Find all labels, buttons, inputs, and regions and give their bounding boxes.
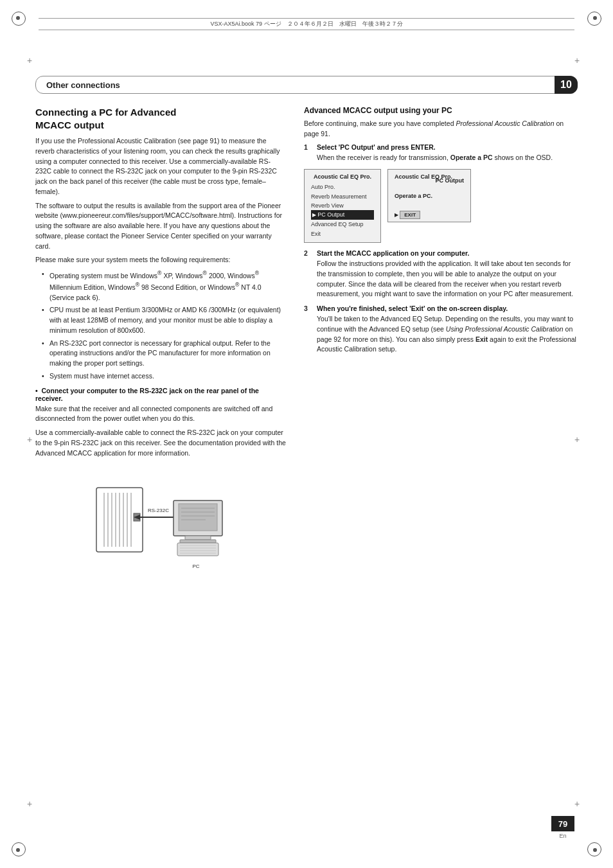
corner-dot-bl bbox=[16, 848, 20, 852]
para3: Please make sure your system meets the f… bbox=[35, 255, 286, 265]
list-item: An RS-232C port connector is necessary f… bbox=[42, 339, 286, 369]
step-3-body: You'll be taken to the Advanced EQ Setup… bbox=[317, 314, 578, 355]
crosshair-tl bbox=[28, 58, 37, 67]
list-item: CPU must be at least Pentium 3/300MHz or… bbox=[42, 305, 286, 335]
osd-item-2: Reverb View bbox=[311, 201, 374, 210]
page-container: VSX-AX5Ai.book 79 ページ ２０４年６月２日 水曜日 午後３時２… bbox=[0, 0, 613, 868]
step-number-1: 1 bbox=[304, 143, 313, 163]
step-1-body: When the receiver is ready for transmiss… bbox=[317, 153, 578, 163]
pc-diagram: RS-232C bbox=[35, 468, 286, 590]
svg-rect-20 bbox=[180, 540, 216, 543]
page-num-box: 79 bbox=[551, 816, 574, 831]
section-header: Other connections bbox=[35, 76, 578, 94]
osd-item-1: Reverb Measurement bbox=[311, 192, 374, 201]
corner-dot-tl bbox=[16, 16, 20, 20]
osd-item-4: Advanced EQ Setup bbox=[311, 220, 374, 229]
step-2: 2 Start the MCACC application on your co… bbox=[304, 249, 578, 299]
content-area: Connecting a PC for Advanced MCACC outpu… bbox=[35, 106, 578, 817]
para2: The software to output the results is av… bbox=[35, 201, 286, 252]
step-number-3: 3 bbox=[304, 305, 313, 355]
crosshair-tr bbox=[576, 58, 585, 67]
step-3-title: When you're finished, select 'Exit' on t… bbox=[317, 305, 578, 312]
corner-dot-tr bbox=[593, 16, 597, 20]
osd-item-5: Exit bbox=[311, 229, 374, 238]
corner-dot-br bbox=[593, 848, 597, 852]
connect-heading: • Connect your computer to the RS-232C j… bbox=[35, 387, 286, 402]
requirements-list: Operating system must be Windows® XP, Wi… bbox=[42, 269, 286, 382]
page-number: 79 En bbox=[551, 816, 574, 839]
svg-text:PC: PC bbox=[192, 563, 199, 569]
svg-rect-19 bbox=[185, 536, 211, 540]
osd-item-0: Auto Pro. bbox=[311, 182, 374, 191]
step-number-2: 2 bbox=[304, 249, 313, 299]
osd-right-box: Acoustic Cal EQ Pro. PC Output Operate a… bbox=[387, 169, 471, 222]
step-1-title: Select 'PC Output' and press ENTER. bbox=[317, 143, 578, 151]
osd-right-pc-output: PC Output bbox=[436, 177, 465, 184]
osd-exit-button: EXIT bbox=[400, 211, 420, 219]
osd-arrow-prefix: ▶ bbox=[395, 212, 398, 218]
section-number: 10 bbox=[555, 76, 578, 94]
step-3: 3 When you're finished, select 'Exit' on… bbox=[304, 305, 578, 355]
connect-para2: Use a commercially-available cable to co… bbox=[35, 428, 286, 458]
osd-left-box: Acoustic Cal EQ Pro. Auto Pro. Reverb Me… bbox=[304, 169, 381, 243]
intro-paragraph: If you use the Professional Acoustic Cal… bbox=[35, 136, 286, 197]
osd-item-3: PC Output bbox=[311, 210, 374, 220]
list-item: System must have internet access. bbox=[42, 371, 286, 382]
svg-rect-21 bbox=[177, 543, 218, 556]
page-lang: En bbox=[559, 833, 566, 839]
svg-text:RS-232C: RS-232C bbox=[148, 508, 169, 513]
step-1-content: Select 'PC Output' and press ENTER. When… bbox=[317, 143, 578, 163]
step-2-body: Follow the instructions provided with th… bbox=[317, 259, 578, 299]
step-2-title: Start the MCACC application on your comp… bbox=[317, 249, 578, 257]
step-2-content: Start the MCACC application on your comp… bbox=[317, 249, 578, 299]
osd-operate-pc: Operate a PC. bbox=[395, 193, 432, 199]
section-header-title: Other connections bbox=[46, 80, 120, 90]
osd-left-title: Acoustic Cal EQ Pro. bbox=[311, 173, 374, 180]
list-item: Operating system must be Windows® XP, Wi… bbox=[42, 269, 286, 303]
svg-rect-14 bbox=[179, 504, 217, 531]
right-intro: Before continuing, make sure you have co… bbox=[304, 119, 578, 139]
right-column: Advanced MCACC output using your PC Befo… bbox=[304, 106, 578, 817]
file-path: VSX-AX5Ai.book 79 ページ ２０４年６月２日 水曜日 午後３時２… bbox=[39, 18, 574, 30]
left-column: Connecting a PC for Advanced MCACC outpu… bbox=[35, 106, 286, 817]
subsection-title: Advanced MCACC output using your PC bbox=[304, 106, 578, 115]
osd-display: Acoustic Cal EQ Pro. Auto Pro. Reverb Me… bbox=[304, 169, 578, 243]
section-title: Connecting a PC for Advanced MCACC outpu… bbox=[35, 106, 286, 131]
connect-para1: Make sure that the receiver and all conn… bbox=[35, 404, 286, 425]
step-3-content: When you're finished, select 'Exit' on t… bbox=[317, 305, 578, 355]
step-1: 1 Select 'PC Output' and press ENTER. Wh… bbox=[304, 143, 578, 163]
